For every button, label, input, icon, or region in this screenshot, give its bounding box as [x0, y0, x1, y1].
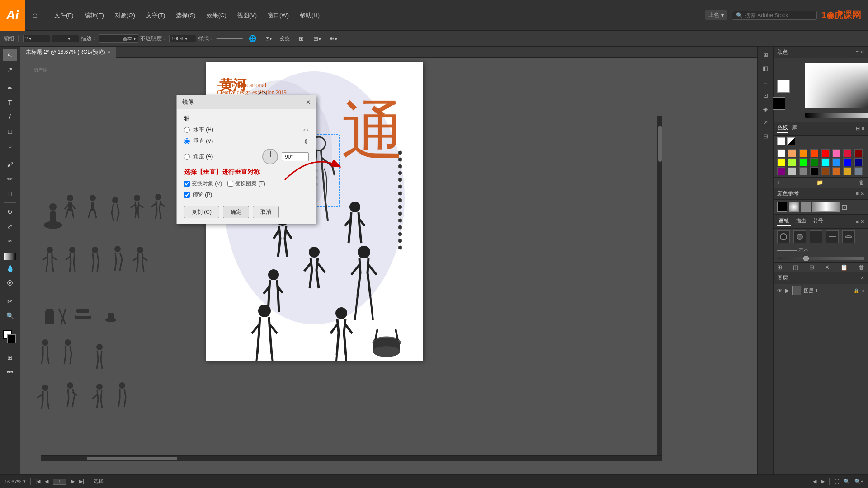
option2-label[interactable]: 变换图案 (T) — [227, 180, 265, 188]
brush-size-slider[interactable] — [777, 257, 864, 260]
nav-prev[interactable]: ◀ — [45, 479, 48, 484]
menu-object[interactable]: 对象(O) — [110, 9, 140, 21]
style-dropdown[interactable] — [216, 38, 243, 39]
angle-radio[interactable] — [184, 154, 190, 160]
brush-menu-icon[interactable]: ≡ — [856, 219, 859, 225]
swatch-delete-icon[interactable]: 🗑 — [859, 179, 864, 186]
option1-label[interactable]: 变换对象 (V) — [184, 180, 222, 188]
swatch-folder-icon[interactable]: 📁 — [816, 179, 823, 186]
rect-tool[interactable]: □ — [3, 125, 17, 138]
color-ref-gray[interactable] — [801, 202, 811, 212]
layer-visibility-icon[interactable]: 👁 — [777, 287, 783, 294]
gradient-tool[interactable] — [4, 253, 16, 260]
swatch-add-icon[interactable]: + — [777, 179, 781, 186]
angle-dial[interactable] — [262, 149, 278, 164]
brush-tool[interactable]: 🖌 — [3, 158, 17, 171]
brush-item-1[interactable] — [777, 230, 790, 243]
swatch-white[interactable] — [777, 137, 785, 145]
vertical-label[interactable]: 垂直 (V) — [193, 137, 300, 145]
links-icon[interactable]: ⊟ — [759, 130, 772, 142]
color-ref-bar[interactable] — [812, 202, 840, 212]
layer-lock-icon[interactable]: 🔒 — [854, 288, 859, 293]
pencil-tool[interactable]: ✏ — [3, 173, 17, 185]
export-icon[interactable]: ↗ — [759, 117, 772, 128]
menu-view[interactable]: 视图(V) — [233, 9, 261, 21]
horizontal-radio[interactable] — [184, 127, 190, 133]
eraser-tool[interactable]: ◻ — [3, 187, 17, 200]
zoom-in-btn[interactable]: 🔍+ — [854, 479, 863, 484]
layer-1[interactable]: 👁 ▶ 图层 1 🔒 ○ — [774, 284, 868, 297]
fullscreen-btn[interactable]: ⛶ — [834, 479, 839, 484]
swatch-item[interactable] — [843, 158, 851, 166]
swatch-item[interactable] — [788, 149, 796, 157]
ok-button[interactable]: 确定 — [223, 206, 249, 218]
swatch-item[interactable] — [777, 158, 785, 166]
tab-close-btn[interactable]: × — [108, 50, 111, 55]
menu-edit[interactable]: 编辑(E) — [80, 9, 108, 21]
scale-tool[interactable]: ⤢ — [3, 220, 17, 233]
color-selector[interactable] — [3, 330, 17, 343]
dialog-close-icon[interactable]: ✕ — [306, 99, 311, 106]
swatches-tab[interactable]: 色板 — [777, 124, 788, 133]
brush-item-4[interactable] — [826, 230, 839, 243]
search-btn[interactable]: 🔍 — [844, 479, 850, 484]
transform-btn[interactable]: 变换 — [278, 32, 292, 45]
color-ref-icon2[interactable]: ⊡ — [841, 203, 847, 211]
panel-close-icon[interactable]: ✕ — [860, 49, 864, 55]
warp-tool[interactable]: ≈ — [3, 235, 17, 247]
swatch-item[interactable] — [832, 167, 840, 175]
channels-icon[interactable]: ⊡ — [759, 89, 772, 101]
swatch-item[interactable] — [843, 167, 851, 175]
artboard-tool[interactable]: ⊞ — [3, 351, 17, 364]
color-ref-gradient[interactable] — [789, 202, 799, 212]
blend-tool[interactable]: ⦿ — [3, 277, 17, 289]
swatch-item[interactable] — [821, 149, 830, 157]
dialog-title-bar[interactable]: 镜像 ✕ — [177, 95, 316, 109]
brush-action-2[interactable]: ◫ — [793, 264, 798, 271]
angle-input[interactable] — [282, 152, 309, 161]
eyedropper-tool[interactable]: 💧 — [3, 262, 17, 275]
v-scrollbar-thumb[interactable] — [658, 126, 662, 162]
select-tool[interactable]: ↖ — [3, 49, 17, 61]
more-tools-btn[interactable]: ••• — [3, 366, 17, 378]
preview-label[interactable]: 预览 (P) — [193, 191, 212, 199]
swatch-item[interactable] — [799, 158, 807, 166]
swatch-item[interactable] — [821, 158, 830, 166]
menu-select[interactable]: 选择(S) — [171, 9, 200, 21]
zoom-status[interactable]: 16.67% ▾ — [5, 479, 26, 484]
brush-item-3[interactable]: · — [810, 230, 822, 243]
preview-checkbox[interactable] — [184, 192, 190, 198]
home-button[interactable]: ⌂ — [25, 0, 45, 31]
brush-tab-stroke[interactable]: 描边 — [794, 216, 808, 226]
nav-next[interactable]: ▶ — [71, 479, 75, 484]
color-gradient[interactable] — [805, 63, 868, 108]
swatch-item[interactable] — [854, 167, 863, 175]
swatch-item[interactable] — [777, 167, 785, 175]
layer-name[interactable]: 图层 1 — [804, 287, 851, 294]
brush-item-5[interactable] — [842, 230, 855, 243]
hint-dropdown[interactable]: ? ▾ — [23, 35, 50, 42]
library-tab[interactable]: 库 — [792, 124, 797, 133]
menu-effect[interactable]: 效果(C) — [202, 9, 231, 21]
swatch-item[interactable] — [854, 158, 863, 166]
swatch-item[interactable] — [832, 158, 840, 166]
color-ref-black[interactable] — [777, 202, 787, 212]
background-color[interactable] — [773, 97, 785, 110]
color-ref-close[interactable]: ✕ — [860, 191, 864, 197]
swatch-item[interactable] — [810, 167, 818, 175]
vertical-radio[interactable] — [184, 138, 190, 144]
ellipse-tool[interactable]: ○ — [3, 140, 17, 152]
horizontal-label[interactable]: 水平 (H) — [193, 126, 300, 134]
layers-close-icon[interactable]: ✕ — [860, 275, 864, 281]
swatch-item[interactable] — [832, 149, 840, 157]
zoom-dropdown-icon[interactable]: ▾ — [23, 479, 26, 484]
page-number[interactable] — [53, 479, 66, 485]
nav-first[interactable]: |◀ — [35, 479, 40, 484]
page-input[interactable] — [53, 479, 66, 485]
zoom-tool[interactable]: 🔍 — [3, 310, 17, 322]
distribute-btn[interactable]: ⊟▾ — [310, 32, 325, 45]
option2-checkbox[interactable] — [227, 181, 233, 187]
properties-icon[interactable]: ⊞ — [759, 49, 772, 61]
swatch-item[interactable] — [777, 149, 785, 157]
h-scrollbar-thumb[interactable] — [87, 457, 177, 460]
